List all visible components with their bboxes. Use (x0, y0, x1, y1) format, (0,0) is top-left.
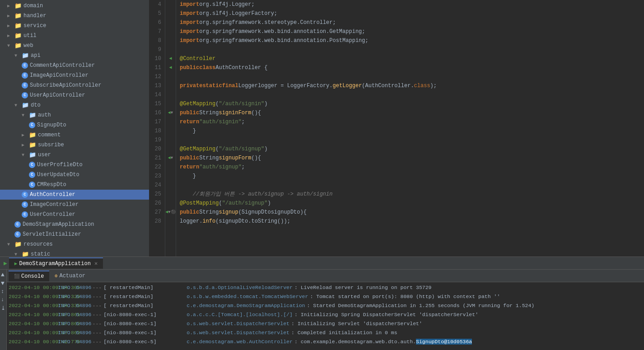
scroll-ends-btn[interactable]: ↕ (1, 289, 5, 295)
tree-item-CMRespDto[interactable]: CCMRespDto (0, 180, 149, 190)
console-tab-bar: ⬛ Console ⚙ Actuator (7, 270, 644, 282)
close-tab-icon[interactable]: ✕ (94, 260, 98, 267)
class-icon-ImageApiController: C (22, 72, 28, 79)
tree-item-domain[interactable]: ▶📁domain (0, 1, 149, 11)
tree-item-AuthController[interactable]: CAuthController (0, 190, 149, 200)
line-num-25: 25 (153, 190, 161, 199)
tab-console[interactable]: ⬛ Console (9, 271, 49, 281)
class-icon-UserApiController: C (22, 92, 28, 98)
class-icon-UserController: C (22, 211, 28, 218)
tree-item-UserProfileDto[interactable]: CUserProfileDto (0, 160, 149, 170)
tree-item-web[interactable]: ▼📁web (0, 41, 149, 51)
tree-label-resources: resources (23, 241, 53, 247)
tree-item-handler[interactable]: ▶📁handler (0, 11, 149, 21)
gutter-11: ◀ (165, 63, 176, 72)
class-icon-SignupDto: C (29, 122, 35, 128)
gutter-22 (165, 163, 176, 172)
tree-item-SignupDto[interactable]: CSignupDto (0, 120, 149, 130)
tree-item-UserController[interactable]: CUserController (0, 210, 149, 219)
folder-icon-auth: 📁 (29, 112, 36, 119)
tree-item-user[interactable]: ▼📁user (0, 150, 149, 160)
arrow-comment: ▶ (22, 132, 29, 138)
line-num-17: 17 (153, 117, 161, 126)
tree-item-SubscribeApiController[interactable]: CSubscribeApiController (0, 80, 149, 90)
folder-icon-user: 📁 (29, 151, 36, 159)
code-line-10: @Controller (180, 54, 644, 63)
tree-label-dto: dto (31, 102, 41, 108)
line-num-5: 5 (153, 9, 161, 18)
line-num-10: 10 (153, 54, 161, 63)
code-line-19 (180, 135, 644, 145)
line-num-18: 18 (153, 126, 161, 135)
tree-label-ImageApiController: ImageApiController (30, 72, 89, 79)
class-icon-UserProfileDto: C (29, 162, 35, 168)
line-num-4: 4 (153, 0, 161, 9)
tree-item-CommentApiController[interactable]: CCommentApiController (0, 61, 149, 70)
folder-icon-comment: 📁 (29, 131, 36, 139)
gutter-18 (165, 126, 176, 135)
tree-item-resources[interactable]: ▼📁resources (0, 239, 149, 249)
arrow-web: ▼ (7, 43, 14, 48)
line-num-28: 28 (153, 217, 161, 226)
folder-icon-handler: 📁 (14, 12, 22, 19)
gutter-23 (165, 172, 176, 181)
tree-label-UserUpdateDto: UserUpdateDto (37, 172, 79, 178)
code-line-23: } (180, 172, 644, 181)
tree-label-domain: domain (23, 3, 43, 9)
line-num-12: 12 (153, 72, 161, 81)
folder-icon-static: 📁 (22, 251, 29, 257)
tree-label-api: api (31, 52, 41, 59)
code-line-26: @PostMapping("/auth/signup") (180, 199, 644, 208)
console-line: 2022-04-10 00:09:34.329INFO64896---[ res… (7, 292, 644, 301)
file-tree-sidebar[interactable]: ▶📁domain▶📁handler▶📁service▶📁util▼📁web▼📁a… (0, 0, 149, 257)
code-line-18: } (180, 126, 644, 135)
bottom-panel: ▶ ▶ DemoStagramApplication ✕ ▲ ▼ ↕ ↓ ⤓ ⬛ (0, 257, 644, 350)
gutter-25 (165, 190, 176, 199)
line-num-8: 8 (153, 36, 161, 45)
tree-label-UserProfileDto: UserProfileDto (37, 162, 83, 168)
class-icon-ImageController: C (22, 201, 28, 208)
tree-label-comment: comment (38, 132, 61, 138)
tree-item-static[interactable]: ▼📁static (0, 249, 149, 257)
gutter-14 (165, 90, 176, 99)
tree-label-util: util (23, 33, 37, 39)
tree-item-service[interactable]: ▶📁service (0, 21, 149, 31)
tree-item-ServletInitializer[interactable]: CServletInitializer (0, 229, 149, 239)
tree-item-subsribe[interactable]: ▶📁subsribe (0, 140, 149, 150)
tree-item-ImageController[interactable]: CImageController (0, 200, 149, 210)
code-line-5: import org.slf4j.LoggerFactory; (180, 9, 644, 18)
tree-item-api[interactable]: ▼📁api (0, 51, 149, 61)
console-line: 2022-04-10 00:09:34.305INFO64896---[ res… (7, 283, 644, 292)
folder-icon-dto: 📁 (22, 102, 29, 109)
tree-item-dto[interactable]: ▼📁dto (0, 100, 149, 110)
tree-label-subsribe: subsribe (38, 142, 64, 148)
scroll-up-btn[interactable]: ▲ (1, 271, 5, 278)
code-line-28: logger.info(signupDto.toString()); (180, 217, 644, 226)
gutter-9 (165, 45, 176, 54)
arrow-domain: ▶ (7, 3, 14, 9)
wrap-btn[interactable]: ⤓ (1, 305, 5, 312)
line-num-27: 27 (153, 208, 161, 217)
scroll-bottom-btn[interactable]: ↓ (1, 297, 5, 303)
tree-label-AuthController: AuthController (30, 191, 75, 198)
tree-item-UserApiController[interactable]: CUserApiController (0, 90, 149, 100)
scroll-down-btn[interactable]: ▼ (1, 280, 5, 287)
tree-item-comment[interactable]: ▶📁comment (0, 130, 149, 140)
folder-icon-domain: 📁 (14, 2, 22, 9)
tree-item-DemoStagramApplication[interactable]: CDemoStagramApplication (0, 219, 149, 229)
line-num-23: 23 (153, 172, 161, 181)
gutter-16: ◀▼ (165, 108, 176, 117)
arrow-service: ▶ (7, 23, 14, 28)
console-line: 2022-04-10 00:09:42.776INFO64896---[nio-… (7, 337, 644, 346)
tree-item-util[interactable]: ▶📁util (0, 31, 149, 41)
tab-actuator[interactable]: ⚙ Actuator (49, 271, 91, 281)
tree-item-UserUpdateDto[interactable]: CUserUpdateDto (0, 170, 149, 180)
line-num-15: 15 (153, 99, 161, 108)
code-line-13: private static final Logger logger = Log… (180, 81, 644, 90)
tab-demostagram[interactable]: ▶ DemoStagramApplication ✕ (9, 257, 103, 269)
tree-item-auth[interactable]: ▼📁auth (0, 110, 149, 120)
tree-label-ImageController: ImageController (30, 201, 79, 208)
bottom-tabs: ▶ ▶ DemoStagramApplication ✕ (0, 257, 644, 270)
gutter-markers: ◀◀◀▼◀▼◀▼⚫ (165, 0, 176, 257)
tree-item-ImageApiController[interactable]: CImageApiController (0, 70, 149, 80)
